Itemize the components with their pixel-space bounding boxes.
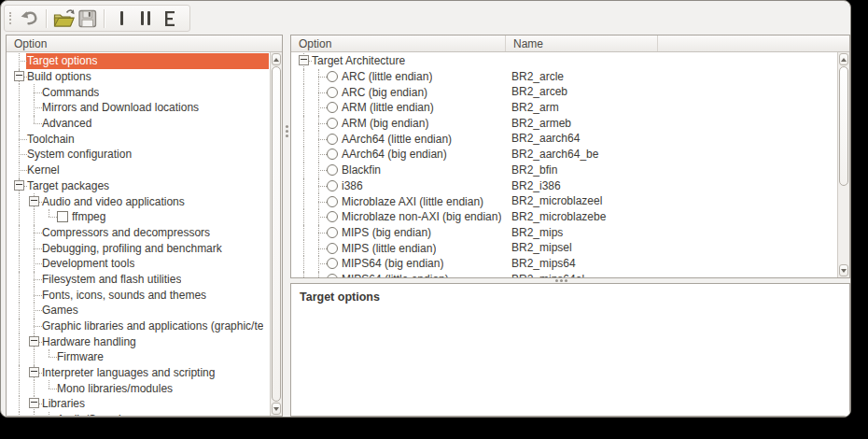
scroll-down-button[interactable] — [272, 403, 281, 415]
tree-item[interactable]: Filesystem and flash utilities — [7, 272, 269, 288]
tree-item[interactable]: Kernel — [7, 163, 269, 178]
tree-branch-line — [311, 131, 326, 147]
tree-item[interactable]: Toolchain — [7, 131, 269, 147]
scroll-up-button[interactable] — [839, 53, 848, 65]
option-column-header[interactable]: Option — [291, 35, 506, 51]
expander-minus-icon[interactable] — [14, 71, 24, 81]
tree-branch-line — [26, 365, 41, 381]
item-label: MIPS (big endian) — [341, 226, 431, 239]
tree-branch-line — [26, 240, 41, 256]
radio-button[interactable] — [327, 180, 338, 191]
tree-item[interactable]: Commands — [7, 84, 269, 100]
full-view-button[interactable] — [158, 7, 182, 31]
radio-button[interactable] — [327, 134, 338, 145]
value-column-header[interactable] — [658, 35, 849, 51]
tree-item[interactable]: Target packages — [7, 178, 269, 194]
split-view-button[interactable] — [133, 7, 158, 31]
scroll-down-button[interactable] — [839, 264, 848, 276]
list-item[interactable]: MIPS64 (big endian)BR2_mips64 — [292, 256, 836, 272]
config-symbol: BR2_aarch64 — [511, 131, 580, 147]
scrollbar-thumb[interactable] — [839, 66, 848, 186]
name-column-header[interactable]: Name — [506, 35, 658, 51]
tree-item[interactable]: Compressors and decompressors — [7, 225, 269, 241]
scroll-up-button[interactable] — [272, 53, 281, 65]
radio-button[interactable] — [327, 211, 338, 222]
left-vertical-scrollbar[interactable] — [270, 52, 282, 416]
checkbox[interactable] — [57, 211, 68, 222]
option-column-header[interactable]: Option — [7, 35, 282, 51]
tree-branch-line — [311, 209, 326, 225]
tree-branch-line — [41, 209, 56, 225]
tree-item[interactable]: Graphic libraries and applications (grap… — [7, 319, 269, 334]
tree-guide-line — [11, 380, 26, 396]
radio-button[interactable] — [327, 243, 338, 254]
list-item[interactable]: MIPS (little endian)BR2_mipsel — [292, 240, 836, 256]
save-button[interactable] — [76, 7, 100, 31]
tree-item[interactable]: Development tools — [7, 256, 269, 272]
tree-item[interactable]: Mono libraries/modules — [7, 380, 269, 396]
tree-item[interactable]: Hardware handling — [7, 333, 269, 349]
expander-minus-icon[interactable] — [29, 367, 39, 377]
list-item[interactable]: Microblaze AXI (little endian)BR2_microb… — [292, 193, 836, 209]
list-item[interactable]: BlackfinBR2_bfin — [292, 163, 836, 178]
tree-guide-line — [11, 116, 26, 132]
expander-minus-icon[interactable] — [299, 55, 309, 65]
list-item[interactable]: i386BR2_i386 — [292, 178, 836, 194]
open-button[interactable] — [51, 7, 76, 31]
tree-item[interactable]: Fonts, icons, sounds and themes — [7, 287, 269, 303]
tree-branch-line — [311, 84, 326, 100]
tree-item[interactable]: ffmpeg — [7, 209, 269, 225]
expander-minus-icon[interactable] — [29, 398, 39, 408]
list-item[interactable]: MIPS64 (little endian)BR2_mips64el — [292, 272, 836, 277]
right-vertical-scrollbar[interactable] — [837, 52, 849, 277]
tree-item[interactable]: Debugging, profiling and benchmark — [7, 240, 269, 256]
tree-item[interactable]: Libraries — [7, 396, 269, 412]
list-item[interactable]: Microblaze non-AXI (big endian)BR2_micro… — [292, 209, 836, 225]
expander-minus-icon[interactable] — [29, 196, 39, 206]
expander-minus-icon[interactable] — [14, 180, 24, 191]
list-item[interactable]: ARC (big endian)BR2_arceb — [292, 84, 836, 100]
tree-guide-line — [11, 303, 26, 319]
radio-button[interactable] — [327, 118, 338, 129]
tree-item[interactable]: Advanced — [7, 116, 269, 132]
radio-button[interactable] — [327, 258, 338, 269]
radio-button[interactable] — [327, 227, 338, 238]
list-item[interactable]: Target Architecture — [292, 53, 836, 69]
horizontal-splitter-grip[interactable] — [555, 279, 558, 282]
radio-button[interactable] — [327, 102, 338, 113]
list-item[interactable]: AArch64 (big endian)BR2_aarch64_be — [292, 147, 836, 163]
item-label: ARC (little endian) — [341, 70, 432, 83]
item-label: Build options — [26, 70, 91, 83]
tree-item[interactable]: Interpreter languages and scripting — [7, 365, 269, 381]
list-item[interactable]: ARM (little endian)BR2_arm — [292, 100, 836, 116]
radio-button[interactable] — [327, 196, 338, 207]
tree-item[interactable]: Audio and video applications — [7, 193, 269, 209]
tree-item[interactable]: Build options — [7, 69, 269, 85]
tree-item[interactable]: Target options — [7, 53, 269, 69]
radio-button[interactable] — [327, 164, 338, 176]
radio-button[interactable] — [327, 149, 338, 160]
single-view-button[interactable] — [109, 7, 133, 31]
scrollbar-thumb[interactable] — [272, 66, 281, 402]
tree-guide-line — [296, 272, 311, 277]
list-item[interactable]: ARM (big endian)BR2_armeb — [292, 116, 836, 132]
tree-item[interactable]: Games — [7, 303, 269, 319]
list-item[interactable]: ARC (little endian)BR2_arcle — [292, 69, 836, 85]
toolbar-drag-handle[interactable] — [9, 12, 14, 24]
tree-item[interactable]: System configuration — [7, 147, 269, 163]
tree-item[interactable]: Mirrors and Download locations — [7, 100, 269, 116]
item-label: Target options — [26, 54, 97, 67]
radio-button[interactable] — [327, 87, 338, 98]
tree-guide-line — [296, 84, 311, 100]
tree-item[interactable]: Firmware — [7, 349, 269, 365]
list-item[interactable]: AArch64 (little endian)BR2_aarch64 — [292, 131, 836, 147]
radio-button[interactable] — [327, 274, 338, 277]
list-item[interactable]: MIPS (big endian)BR2_mips — [292, 225, 836, 241]
item-label: System configuration — [26, 148, 132, 161]
expander-minus-icon[interactable] — [29, 336, 39, 347]
radio-button[interactable] — [327, 71, 338, 82]
undo-button[interactable] — [18, 7, 42, 31]
vertical-splitter-grip[interactable] — [286, 125, 288, 128]
tree-branch-line — [26, 256, 41, 272]
tree-item[interactable]: Audio/Sound — [7, 412, 269, 416]
